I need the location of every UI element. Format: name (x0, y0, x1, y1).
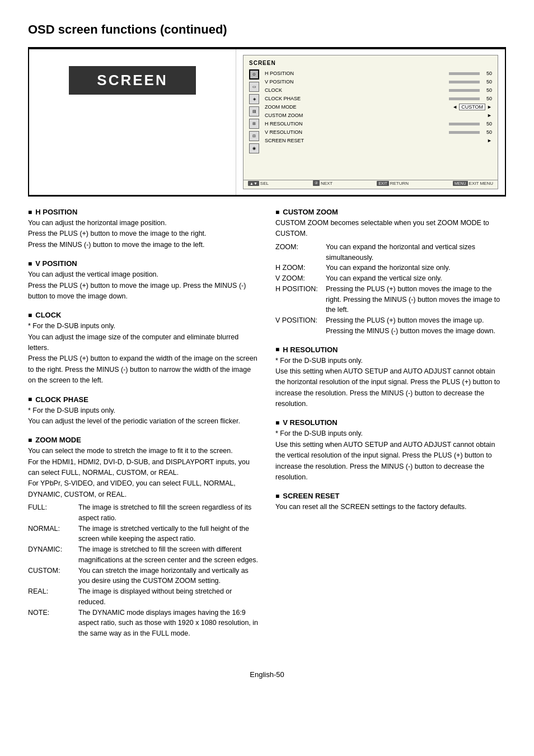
screen-reset-heading: SCREEN RESET (275, 492, 506, 500)
osd-row-v-position: V POSITION 50 (265, 78, 492, 86)
osd-menu-title: SCREEN (249, 60, 492, 66)
osd-inner: SCREEN ⊙ ▭ ◈ ▤ ⊞ ⊟ ◉ H POSITION (243, 55, 498, 189)
custom-zoom-table: ZOOM: You can expand the horizontal and … (275, 242, 506, 337)
osd-row-zoom-mode: ZOOM MODE ◄ CUSTOM ► (265, 103, 492, 111)
col-right: CUSTOM ZOOM CUSTOM ZOOM becomes selectab… (275, 208, 506, 648)
osd-icons: ⊙ ▭ ◈ ▤ ⊞ ⊟ ◉ (249, 69, 259, 153)
osd-footer: ▲▼ SEL ② NEXT EXIT RETURN MENU EXIT MENU (243, 180, 498, 186)
section-h-resolution: H RESOLUTION * For the D-SUB inputs only… (275, 346, 506, 410)
section-screen-reset: SCREEN RESET You can reset all the SCREE… (275, 492, 506, 512)
v-position-heading: V POSITION (28, 259, 259, 268)
screen-label: SCREEN (69, 66, 195, 95)
zoom-mode-heading: ZOOM MODE (28, 436, 259, 444)
content-area: H POSITION You can adjust the horizontal… (28, 208, 506, 648)
v-resolution-body: * For the D-SUB inputs only. Use this se… (275, 428, 506, 483)
osd-icon-2: ▭ (249, 82, 259, 92)
section-v-position: V POSITION You can adjust the vertical i… (28, 259, 259, 302)
section-v-resolution: V RESOLUTION * For the D-SUB inputs only… (275, 418, 506, 483)
section-h-position: H POSITION You can adjust the horizontal… (28, 208, 259, 250)
osd-row-custom-zoom: CUSTOM ZOOM ► (265, 111, 492, 119)
section-custom-zoom: CUSTOM ZOOM CUSTOM ZOOM becomes selectab… (275, 208, 506, 337)
zoom-mode-table: FULL: The image is stretched to fill the… (28, 502, 259, 639)
screen-section: SCREEN SCREEN ⊙ ▭ ◈ ▤ ⊞ ⊟ ◉ (28, 48, 506, 196)
screen-label-box: SCREEN (29, 49, 236, 195)
clock-heading: CLOCK (28, 311, 259, 319)
clock-body: * For the D-SUB inputs only. You can adj… (28, 321, 259, 386)
h-position-body: You can adjust the horizontal image posi… (28, 218, 259, 250)
screen-osd: SCREEN ⊙ ▭ ◈ ▤ ⊞ ⊟ ◉ H POSITION (236, 49, 505, 195)
h-position-heading: H POSITION (28, 208, 259, 216)
custom-zoom-heading: CUSTOM ZOOM (275, 208, 506, 216)
osd-icon-1: ⊙ (249, 69, 259, 80)
osd-row-screen-reset: SCREEN RESET ► (265, 137, 492, 144)
h-resolution-body: * For the D-SUB inputs only. Use this se… (275, 356, 506, 410)
zoom-mode-body: You can select the mode to stretch the i… (28, 446, 259, 639)
section-zoom-mode: ZOOM MODE You can select the mode to str… (28, 436, 259, 639)
clock-phase-heading: CLOCK PHASE (28, 395, 259, 404)
osd-icon-5: ⊞ (249, 119, 259, 129)
page-title: OSD screen functions (continued) (28, 22, 506, 37)
osd-content: ⊙ ▭ ◈ ▤ ⊞ ⊟ ◉ H POSITION 50 (249, 69, 492, 153)
osd-icon-3: ◈ (249, 94, 259, 104)
v-position-body: You can adjust the vertical image positi… (28, 269, 259, 302)
osd-icon-7: ◉ (249, 143, 259, 153)
page-footer: English-50 (28, 670, 506, 679)
osd-row-v-resolution: V RESOLUTION 50 (265, 128, 492, 136)
col-left: H POSITION You can adjust the horizontal… (28, 208, 259, 648)
section-clock-phase: CLOCK PHASE * For the D-SUB inputs only.… (28, 395, 259, 427)
osd-row-clock: CLOCK 50 (265, 86, 492, 94)
osd-menu: H POSITION 50 V POSITION 50 (265, 69, 492, 153)
v-resolution-heading: V RESOLUTION (275, 418, 506, 427)
osd-row-h-resolution: H RESOLUTION 50 (265, 120, 492, 128)
bottom-divider (28, 196, 506, 197)
osd-row-h-position: H POSITION 50 (265, 69, 492, 77)
custom-zoom-body: CUSTOM ZOOM becomes selectable when you … (275, 218, 506, 337)
clock-phase-body: * For the D-SUB inputs only. You can adj… (28, 405, 259, 427)
h-resolution-heading: H RESOLUTION (275, 346, 506, 354)
osd-icon-6: ⊟ (249, 131, 259, 141)
osd-icon-4: ▤ (249, 106, 259, 116)
osd-row-clock-phase: CLOCK PHASE 50 (265, 95, 492, 102)
section-clock: CLOCK * For the D-SUB inputs only. You c… (28, 311, 259, 386)
screen-reset-body: You can reset all the SCREEN settings to… (275, 502, 506, 512)
